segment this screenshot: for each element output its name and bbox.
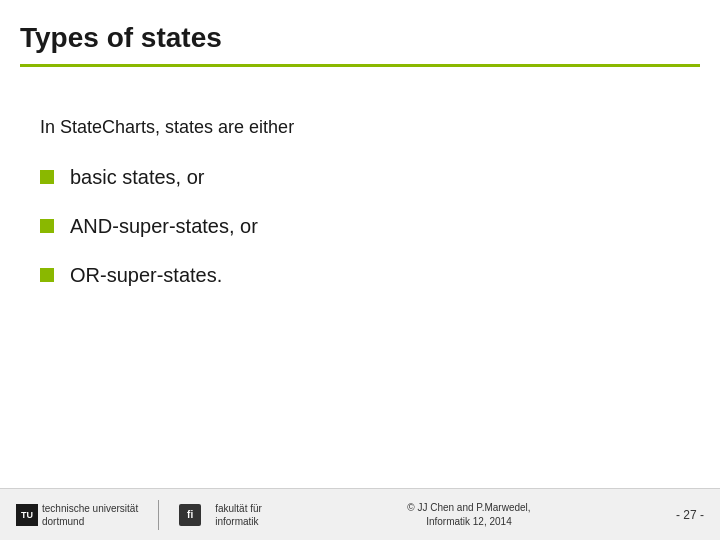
footer-copyright: © JJ Chen and P.Marwedel, Informatik 12,… (407, 501, 530, 529)
bullet-text-2: AND-super-states, or (70, 215, 258, 238)
bullet-marker-1 (40, 170, 54, 184)
footer-faculty-text: fakultät für informatik (215, 502, 262, 528)
slide-title: Types of states (20, 22, 700, 54)
bullet-item-3: OR-super-states. (40, 264, 680, 287)
footer-divider-1 (158, 500, 159, 530)
bullet-text-3: OR-super-states. (70, 264, 222, 287)
slide-container: Types of states In StateCharts, states a… (0, 0, 720, 540)
footer-left: technische universität dortmund fi fakul… (16, 500, 262, 530)
header-rule (20, 64, 700, 67)
tu-logo: technische universität dortmund (16, 502, 138, 528)
slide-content: In StateCharts, states are either basic … (0, 77, 720, 488)
intro-text: In StateCharts, states are either (40, 117, 680, 138)
bullet-text-1: basic states, or (70, 166, 205, 189)
bullet-item-1: basic states, or (40, 166, 680, 189)
bullet-marker-2 (40, 219, 54, 233)
footer-page-number: - 27 - (676, 508, 704, 522)
slide-header: Types of states (0, 0, 720, 77)
bullet-marker-3 (40, 268, 54, 282)
footer-university-text: technische universität dortmund (42, 502, 138, 528)
fi-logo: fi (179, 504, 201, 526)
bullet-item-2: AND-super-states, or (40, 215, 680, 238)
slide-footer: technische universität dortmund fi fakul… (0, 488, 720, 540)
tu-logo-square (16, 504, 38, 526)
